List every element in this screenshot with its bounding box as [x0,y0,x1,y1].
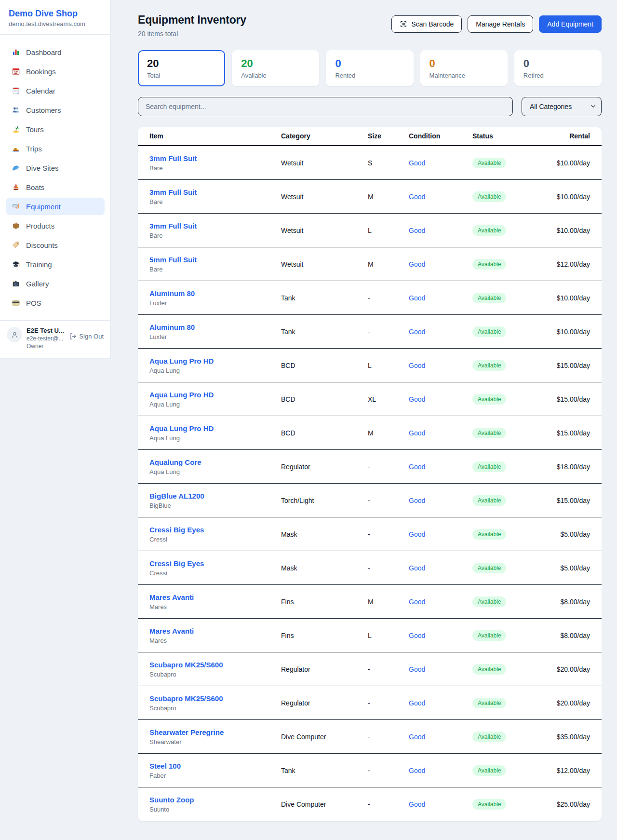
item-name-link[interactable]: BigBlue AL1200 [149,492,281,500]
condition-link[interactable]: Good [409,395,425,403]
sidebar-item-products[interactable]: Products [6,217,105,234]
column-header-rental: Rental [550,132,590,140]
size-cell: - [368,767,409,774]
condition-cell: Good [409,800,472,809]
item-name-link[interactable]: Aqualung Core [149,458,281,466]
table-row: 3mm Full Suit Bare Wetsuit L Good Availa… [138,214,602,247]
sidebar-item-dashboard[interactable]: Dashboard [6,43,105,61]
item-name-link[interactable]: Scubapro MK25/S600 [149,661,281,669]
condition-link[interactable]: Good [409,497,425,504]
stat-card-retired[interactable]: 0 Retired [514,50,602,86]
item-name-link[interactable]: Aqua Lung Pro HD [149,391,281,399]
item-name-link[interactable]: Suunto Zoop [149,796,281,804]
brand-name[interactable]: Demo Dive Shop [9,9,102,19]
size-cell: L [368,362,409,369]
status-badge: Available [472,664,506,675]
sidebar-item-label: Customers [26,106,61,114]
sidebar-item-pos[interactable]: POS [6,294,105,312]
condition-link[interactable]: Good [409,767,425,774]
category-cell: Wetsuit [281,227,368,234]
sidebar-item-label: Discounts [26,241,58,249]
item-name-link[interactable]: Shearwater Peregrine [149,728,281,736]
condition-link[interactable]: Good [409,530,425,538]
header-actions: Scan Barcode Manage Rentals Add Equipmen… [391,15,602,33]
item-name-link[interactable]: Mares Avanti [149,593,281,601]
sidebar-item-tours[interactable]: Tours [6,121,105,138]
status-cell: Available [472,461,550,472]
item-name-link[interactable]: Steel 100 [149,762,281,770]
search-input[interactable] [138,97,513,116]
app-root: Demo Dive Shop demo.test.divestreams.com… [0,0,617,840]
stat-card-rented[interactable]: 0 Rented [326,50,413,86]
stats-row: 20 Total 20 Available 0 Rented 0 Mainten… [138,50,602,86]
condition-link[interactable]: Good [409,598,425,606]
page-subtitle: 20 items total [138,30,246,38]
rental-cell: $18.00/day [550,463,590,471]
sidebar-item-discounts[interactable]: Discounts [6,236,105,254]
item-name-link[interactable]: 3mm Full Suit [149,222,281,230]
item-brand: Mares [149,637,281,644]
sidebar-item-bookings[interactable]: Bookings [6,63,105,80]
condition-cell: Good [409,260,472,269]
item-name-link[interactable]: Cressi Big Eyes [149,559,281,568]
condition-cell: Good [409,766,472,775]
status-badge: Available [472,765,506,776]
sidebar-item-training[interactable]: Training [6,256,105,273]
condition-link[interactable]: Good [409,294,425,302]
condition-link[interactable]: Good [409,429,425,437]
table-row: Cressi Big Eyes Cressi Mask - Good Avail… [138,551,602,585]
status-badge: Available [472,360,506,371]
item-name-link[interactable]: 5mm Full Suit [149,256,281,264]
sidebar-item-equipment[interactable]: Equipment [6,198,105,215]
category-select[interactable]: All Categories [522,97,602,116]
sidebar-item-calendar[interactable]: Calendar [6,82,105,99]
stat-card-maintenance[interactable]: 0 Maintenance [420,50,508,86]
item-name-link[interactable]: Mares Avanti [149,627,281,635]
table-row: BigBlue AL1200 BigBlue Torch/Light - Goo… [138,484,602,517]
sidebar-item-label: Tours [26,125,44,134]
item-name-link[interactable]: Aqua Lung Pro HD [149,424,281,433]
item-name-link[interactable]: Aqua Lung Pro HD [149,357,281,365]
status-badge: Available [472,293,506,303]
item-name-link[interactable]: 3mm Full Suit [149,154,281,163]
sidebar-item-dive-sites[interactable]: Dive Sites [6,159,105,176]
sign-out-button[interactable]: Sign Out [69,327,104,340]
condition-link[interactable]: Good [409,632,425,639]
sidebar-item-gallery[interactable]: Gallery [6,275,105,292]
products-icon [12,221,20,230]
condition-link[interactable]: Good [409,699,425,707]
item-name-link[interactable]: Cressi Big Eyes [149,526,281,534]
condition-link[interactable]: Good [409,463,425,471]
condition-link[interactable]: Good [409,733,425,741]
condition-link[interactable]: Good [409,362,425,369]
stat-label: Total [147,72,216,79]
sidebar-item-trips[interactable]: Trips [6,140,105,157]
manage-rentals-button[interactable]: Manage Rentals [468,15,533,33]
item-name-link[interactable]: Scubapro MK25/S600 [149,694,281,703]
condition-link[interactable]: Good [409,665,425,673]
condition-link[interactable]: Good [409,227,425,234]
add-equipment-button[interactable]: Add Equipment [539,15,602,33]
item-name-link[interactable]: Aluminum 80 [149,323,281,331]
item-cell: 3mm Full Suit Bare [149,222,281,239]
item-name-link[interactable]: 3mm Full Suit [149,188,281,196]
condition-link[interactable]: Good [409,260,425,268]
item-name-link[interactable]: Aluminum 80 [149,289,281,298]
condition-link[interactable]: Good [409,800,425,808]
size-cell: - [368,530,409,538]
stat-card-total[interactable]: 20 Total [138,50,225,86]
sidebar-item-boats[interactable]: Boats [6,178,105,196]
size-cell: - [368,733,409,741]
condition-link[interactable]: Good [409,328,425,336]
table-row: Aqua Lung Pro HD Aqua Lung BCD XL Good A… [138,382,602,416]
condition-link[interactable]: Good [409,564,425,572]
table-row: Aqua Lung Pro HD Aqua Lung BCD M Good Av… [138,416,602,450]
sign-out-label: Sign Out [79,333,104,340]
sidebar-item-label: Products [26,222,54,230]
stat-card-available[interactable]: 20 Available [232,50,319,86]
scan-barcode-button[interactable]: Scan Barcode [391,15,462,33]
condition-link[interactable]: Good [409,159,425,167]
category-cell: Mask [281,564,368,572]
sidebar-item-customers[interactable]: Customers [6,101,105,119]
condition-link[interactable]: Good [409,193,425,201]
